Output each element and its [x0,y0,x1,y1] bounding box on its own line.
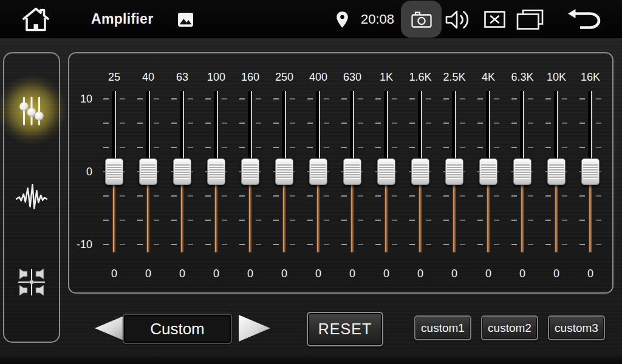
eq-band: 4000 [301,53,335,292]
eq-band-value: 0 [267,266,301,281]
volume-button[interactable] [444,8,473,31]
eq-band-value: 0 [573,266,607,281]
tick-mark-row [573,244,607,245]
eq-slider-thumb[interactable] [547,158,566,185]
custom2-preset-button[interactable]: custom2 [481,315,538,340]
custom3-preset-button[interactable]: custom3 [548,315,605,340]
eq-band-slider[interactable] [505,91,539,252]
eq-slider-thumb[interactable] [343,158,361,185]
eq-slider-thumb[interactable] [275,158,293,185]
eq-thumb-ridges [413,164,428,179]
eq-slider-thumb[interactable] [207,158,225,185]
eq-slider-thumb[interactable] [377,158,395,185]
eq-slider-thumb[interactable] [105,158,123,185]
eq-band: 1.6K0 [403,53,437,292]
tick-mark-row [97,123,131,124]
eq-slider-thumb[interactable] [241,158,259,185]
wallpaper-button[interactable] [177,12,194,27]
eq-band-slider[interactable] [233,91,267,252]
tick-mark-row [539,220,573,221]
tick-mark-row [369,147,403,148]
tick-mark-row [437,123,471,124]
eq-slider-thumb[interactable] [581,158,600,185]
home-button[interactable] [18,5,53,33]
eq-band: 2500 [267,53,301,292]
eq-band-freq-label: 160 [233,70,267,84]
eq-thumb-ridges [277,164,292,179]
tick-mark-row [233,123,267,124]
tick-mark-row [369,123,403,124]
eq-slider-thumb[interactable] [139,158,157,185]
eq-thumb-ridges [515,164,530,179]
eq-slider-thumb[interactable] [479,158,497,185]
eq-band-slider[interactable] [335,91,369,252]
preset-next-button[interactable] [238,314,272,344]
preset-prev-button[interactable] [93,314,127,344]
close-window-button[interactable] [484,11,505,28]
tick-mark-row [403,147,437,148]
eq-band-slider[interactable] [267,91,301,252]
eq-slider-thumb[interactable] [173,158,191,185]
tick-mark-row [505,244,539,245]
equalizer-sliders-icon [19,96,44,126]
eq-thumb-ridges [311,164,326,179]
eq-thumb-ridges [447,164,462,179]
eq-band-slider[interactable] [471,91,505,252]
tick-mark-row [539,147,573,148]
eq-band-value: 0 [403,266,437,281]
tick-mark-row [437,244,471,245]
tick-mark-row [131,98,165,99]
back-button[interactable] [566,8,603,31]
eq-band-slider[interactable] [97,91,131,252]
tick-mark-row [437,147,471,148]
eq-band-value: 0 [97,266,131,281]
recent-apps-button[interactable] [516,8,544,30]
tick-mark-row [301,195,335,197]
sidebar-item-sound-effect[interactable] [4,163,59,229]
eq-band-value: 0 [233,266,267,281]
tick-mark-row [471,195,505,197]
tick-mark-row [403,220,437,221]
tick-mark-row [233,98,267,99]
eq-slider-thumb[interactable] [411,158,429,185]
eq-thumb-ridges [583,164,598,179]
eq-band-slider[interactable] [199,91,233,252]
tick-mark-row [301,98,335,99]
eq-band-freq-label: 10K [539,70,573,84]
eq-slider-thumb[interactable] [309,158,327,185]
tick-mark-row [369,220,403,221]
tick-mark-row [267,220,301,221]
eq-band: 16K0 [573,53,607,292]
eq-slider-thumb[interactable] [513,158,531,185]
reset-button[interactable]: RESET [307,312,383,346]
tick-mark-row [369,195,403,197]
eq-thumb-ridges [345,164,360,179]
tick-mark-row [97,195,131,197]
sidebar-item-equalizer[interactable] [4,78,59,144]
arrow-left-icon [93,314,127,344]
sidebar-item-balance-fader[interactable] [4,249,59,315]
eq-band-slider[interactable] [131,91,165,252]
eq-band-freq-label: 2.5K [437,70,471,84]
eq-band-slider[interactable] [437,91,471,252]
tick-mark-row [301,220,335,221]
tick-mark-row [403,123,437,124]
tick-mark-row [301,123,335,124]
eq-band-freq-label: 400 [301,70,335,84]
tick-mark-row [267,195,301,197]
eq-band-slider[interactable] [403,91,437,252]
tick-mark-row [233,220,267,221]
custom1-preset-button[interactable]: custom1 [414,315,471,340]
eq-slider-thumb[interactable] [445,158,463,185]
screenshot-button[interactable] [401,1,442,38]
tick-mark-row [131,244,165,245]
sidebar [3,52,60,343]
eq-band-slider[interactable] [369,91,403,252]
tick-mark-row [403,98,437,99]
eq-band-slider[interactable] [301,91,335,252]
eq-band-slider[interactable] [573,91,607,252]
tick-mark-row [165,244,199,245]
eq-band-slider[interactable] [165,91,199,252]
preset-selector[interactable]: Custom [123,314,232,344]
eq-band-slider[interactable] [539,91,573,252]
